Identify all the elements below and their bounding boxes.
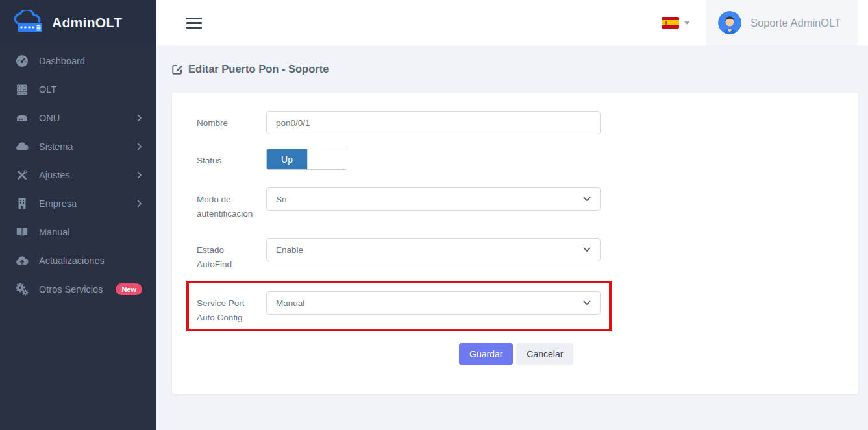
sidebar-item-olt[interactable]: OLT xyxy=(0,75,156,104)
cloud-upload-icon xyxy=(16,254,29,267)
tools-icon xyxy=(16,169,29,182)
sidebar-item-empresa[interactable]: Empresa xyxy=(0,189,156,218)
user-profile-menu[interactable]: Soporte AdminOLT xyxy=(706,0,858,45)
red-highlight-box: Service Port Auto Config Manual xyxy=(186,281,612,331)
page-title: Editar Puerto Pon - Soporte xyxy=(172,63,858,75)
chevron-right-icon xyxy=(137,114,142,122)
autofind-select[interactable]: Enable xyxy=(266,238,601,261)
auth-mode-select[interactable]: Sn xyxy=(266,187,601,211)
chevron-right-icon xyxy=(137,143,142,150)
brand-name: AdminOLT xyxy=(52,15,122,30)
form-row-autofind: Estado AutoFind Enable xyxy=(197,238,834,272)
page-title-text: Editar Puerto Pon - Soporte xyxy=(188,63,329,75)
chevron-down-icon xyxy=(583,197,591,202)
header-right: Soporte AdminOLT xyxy=(662,0,868,45)
form-actions: Guardar Cancelar xyxy=(459,343,834,365)
chevron-right-icon xyxy=(137,200,142,208)
form-row-auth-mode: Modo de autentificacion Sn xyxy=(197,187,834,221)
sidebar-item-label: ONU xyxy=(39,113,137,123)
building-icon xyxy=(16,197,29,210)
adminolt-logo-icon xyxy=(13,10,47,36)
sidebar-nav: Dashboard OLT xyxy=(0,45,156,304)
sidebar-item-label: Actualizaciones xyxy=(39,256,142,266)
cancel-button[interactable]: Cancelar xyxy=(516,343,573,365)
book-icon xyxy=(16,226,29,239)
onu-device-icon xyxy=(16,112,29,125)
toggle-on-label: Up xyxy=(267,149,307,169)
sidebar-item-label: Manual xyxy=(39,227,142,237)
sidebar-item-dashboard[interactable]: Dashboard xyxy=(0,47,156,75)
main-area: Soporte AdminOLT Editar Puerto Pon - Sop… xyxy=(156,0,868,430)
field-label: Service Port Auto Config xyxy=(197,291,258,325)
sidebar-item-onu[interactable]: ONU xyxy=(0,104,156,132)
user-name: Soporte AdminOLT xyxy=(750,17,841,29)
gears-icon xyxy=(16,283,29,296)
field-label: Estado AutoFind xyxy=(197,238,258,272)
new-badge: New xyxy=(116,283,142,295)
form-row-service-port: Service Port Auto Config Manual xyxy=(197,291,601,325)
form-row-nombre: Nombre xyxy=(197,111,834,134)
sidebar-item-label: Ajustes xyxy=(39,170,137,180)
chevron-down-icon xyxy=(583,300,591,305)
edit-pon-form-card: Nombre Status Up Modo de autentificacion… xyxy=(172,93,858,394)
caret-down-icon xyxy=(684,21,689,25)
page-content: Editar Puerto Pon - Soporte Nombre Statu… xyxy=(156,45,868,430)
top-header: Soporte AdminOLT xyxy=(156,0,868,45)
sidebar-item-manual[interactable]: Manual xyxy=(0,218,156,246)
sidebar-item-ajustes[interactable]: Ajustes xyxy=(0,161,156,189)
select-value: Manual xyxy=(276,298,583,308)
form-row-status: Status Up xyxy=(197,149,834,170)
cloud-icon xyxy=(16,140,29,153)
nombre-input[interactable] xyxy=(266,111,601,134)
sidebar: AdminOLT Dashboard xyxy=(0,0,156,430)
status-toggle[interactable]: Up xyxy=(266,149,347,170)
select-value: Enable xyxy=(276,245,583,255)
chevron-right-icon xyxy=(137,171,142,179)
save-button[interactable]: Guardar xyxy=(459,343,513,365)
sidebar-item-label: Otros Servicios xyxy=(39,284,110,294)
brand-logo[interactable]: AdminOLT xyxy=(0,0,156,45)
sidebar-item-label: Empresa xyxy=(39,198,137,209)
hamburger-menu-icon[interactable] xyxy=(184,12,205,34)
language-dropdown[interactable] xyxy=(662,17,689,29)
field-label: Nombre xyxy=(197,111,258,130)
olt-server-icon xyxy=(16,83,29,96)
app-window: AdminOLT Dashboard xyxy=(0,0,868,430)
sidebar-item-actualizaciones[interactable]: Actualizaciones xyxy=(0,246,156,275)
sidebar-item-label: Dashboard xyxy=(39,56,142,66)
user-avatar xyxy=(718,11,741,34)
edit-pencil-icon xyxy=(172,64,183,75)
sidebar-item-label: OLT xyxy=(39,84,142,95)
chevron-down-icon xyxy=(583,247,591,252)
service-port-auto-config-select[interactable]: Manual xyxy=(266,291,601,315)
dashboard-icon xyxy=(16,54,29,67)
toggle-handle xyxy=(307,149,347,169)
field-label: Modo de autentificacion xyxy=(197,187,258,221)
select-value: Sn xyxy=(276,195,583,204)
sidebar-item-label: Sistema xyxy=(39,141,137,152)
sidebar-item-sistema[interactable]: Sistema xyxy=(0,132,156,161)
spain-flag-icon xyxy=(662,17,679,29)
field-label: Status xyxy=(197,149,258,168)
sidebar-item-otros-servicios[interactable]: Otros Servicios New xyxy=(0,275,156,304)
